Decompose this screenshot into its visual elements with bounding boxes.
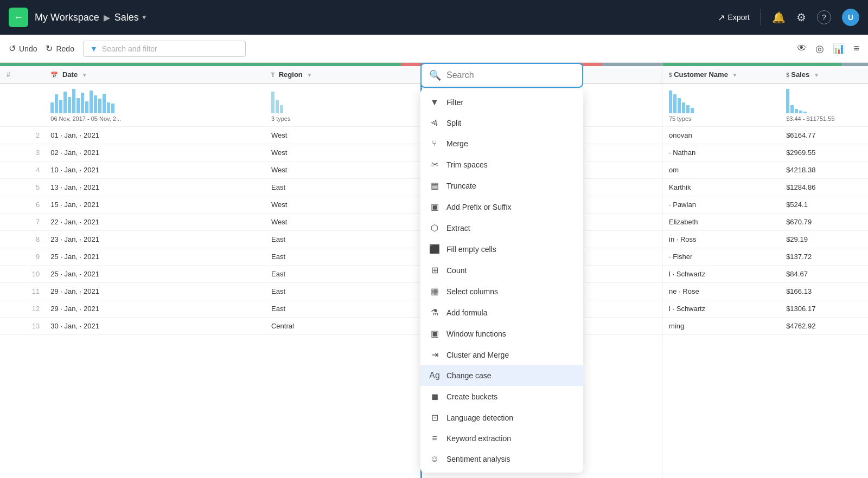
menu-item-select_cols[interactable]: ▦ Select columns bbox=[420, 281, 583, 302]
menu-item-formula[interactable]: ⚗ Add formula bbox=[420, 302, 583, 323]
formula-label: Add formula bbox=[446, 308, 487, 317]
main-content: # 📅 Date ▼ T Region ▼ T bbox=[0, 63, 868, 478]
split-icon: ⫷ bbox=[429, 118, 440, 128]
menu-item-language[interactable]: ⊡ Language detection bbox=[420, 407, 583, 428]
menu-item-count[interactable]: ⊞ Count bbox=[420, 260, 583, 281]
menu-item-merge[interactable]: ⑂ Merge bbox=[420, 133, 583, 154]
cell-region: East bbox=[265, 248, 419, 266]
cell-sales: $2969.55 bbox=[780, 144, 868, 162]
cell-date: 01 · Jan, · 2021 bbox=[44, 127, 265, 144]
row-number: 13 bbox=[0, 318, 44, 335]
cell-region: East bbox=[265, 179, 419, 196]
count-label: Count bbox=[446, 266, 467, 275]
trim-icon: ✂ bbox=[429, 159, 440, 170]
redo-button[interactable]: ↻ Redo bbox=[46, 43, 74, 54]
cell-sales: $29.19 bbox=[780, 231, 868, 248]
list-icon[interactable]: ≡ bbox=[853, 43, 859, 54]
change_case-icon: Ag bbox=[429, 371, 440, 380]
region-preview: 3 types bbox=[265, 83, 419, 127]
cell-customer: ming bbox=[662, 318, 780, 335]
menu-item-cluster[interactable]: ⇥ Cluster and Merge bbox=[420, 344, 583, 365]
text-icon-customer: $ bbox=[669, 72, 672, 78]
current-page[interactable]: Sales ▼ bbox=[114, 12, 148, 23]
cell-region: West bbox=[265, 214, 419, 231]
right-table-row: · Pawlan $524.1 bbox=[662, 196, 868, 214]
undo-icon: ↺ bbox=[9, 43, 16, 54]
language-label: Language detection bbox=[446, 414, 513, 422]
menu-item-sentiment[interactable]: ☺ Sentiment analysis bbox=[420, 449, 583, 469]
menu-item-prefix[interactable]: ▣ Add Prefix or Suffix bbox=[420, 196, 583, 217]
row-number: 12 bbox=[0, 300, 44, 318]
export-button[interactable]: ↗ Export bbox=[718, 12, 750, 23]
avatar[interactable]: U bbox=[842, 9, 859, 26]
prefix-label: Add Prefix or Suffix bbox=[446, 203, 512, 211]
menu-item-split[interactable]: ⫷ Split bbox=[420, 113, 583, 133]
chart-icon[interactable]: 📊 bbox=[833, 43, 845, 55]
change_case-label: Change case bbox=[446, 371, 492, 380]
cell-region: Central bbox=[265, 318, 419, 335]
right-table-row: l · Schwartz $84.67 bbox=[662, 266, 868, 283]
fill-label: Fill empty cells bbox=[446, 245, 496, 254]
search-input[interactable] bbox=[446, 70, 575, 80]
menu-item-buckets[interactable]: ◼ Create buckets bbox=[420, 386, 583, 407]
sentiment-label: Sentiment analysis bbox=[446, 455, 510, 463]
cell-sales: $670.79 bbox=[780, 214, 868, 231]
breadcrumb-separator: ▶ bbox=[104, 12, 110, 23]
menu-item-truncate[interactable]: ▤ Truncate bbox=[420, 175, 583, 196]
cell-sales: $6164.77 bbox=[780, 127, 868, 144]
gear-icon[interactable]: ⚙ bbox=[796, 11, 806, 24]
col-header-customer[interactable]: $ Customer Name ▼ bbox=[662, 66, 780, 83]
bell-icon[interactable]: 🔔 bbox=[772, 11, 786, 24]
window-icon: ▣ bbox=[429, 328, 440, 339]
filter-icon: ▼ bbox=[429, 98, 440, 107]
undo-button[interactable]: ↺ Undo bbox=[9, 43, 37, 54]
extract-icon: ⬡ bbox=[429, 223, 440, 233]
menu-panel: ▼ Filter ⫷ Split ⑂ Merge ✂ Trim spaces ▤… bbox=[420, 89, 583, 473]
cell-customer: Karthik bbox=[662, 179, 780, 196]
cell-customer: ne · Rose bbox=[662, 283, 780, 300]
menu-item-change_case[interactable]: Ag Change case bbox=[420, 365, 583, 386]
toolbar: ↺ Undo ↻ Redo ▼ Search and filter 👁 ◎ 📊 … bbox=[0, 35, 868, 63]
target-icon[interactable]: ◎ bbox=[815, 43, 824, 55]
keyword-icon: ≡ bbox=[429, 434, 440, 443]
back-button[interactable]: ← bbox=[9, 8, 28, 27]
menu-item-extract[interactable]: ⬡ Extract bbox=[420, 217, 583, 238]
menu-item-keyword[interactable]: ≡ Keyword extraction bbox=[420, 428, 583, 449]
cell-customer: l · Schwartz bbox=[662, 266, 780, 283]
cell-customer: in · Ross bbox=[662, 231, 780, 248]
prefix-icon: ▣ bbox=[429, 202, 440, 212]
workspace-label[interactable]: My Workspace bbox=[35, 12, 99, 23]
cell-date: 25 · Jan, · 2021 bbox=[44, 266, 265, 283]
page-dropdown-icon: ▼ bbox=[141, 14, 148, 21]
cell-sales: $1284.86 bbox=[780, 179, 868, 196]
split-label: Split bbox=[446, 119, 461, 127]
help-icon[interactable]: ? bbox=[817, 10, 831, 24]
header-divider bbox=[761, 9, 761, 25]
search-filter-bar[interactable]: ▼ Search and filter bbox=[83, 41, 246, 57]
select_cols-icon: ▦ bbox=[429, 286, 440, 296]
cell-date: 29 · Jan, · 2021 bbox=[44, 283, 265, 300]
cell-customer: · Pawlan bbox=[662, 196, 780, 214]
fill-icon: ⬛ bbox=[429, 244, 440, 254]
cluster-icon: ⇥ bbox=[429, 350, 440, 360]
menu-item-fill[interactable]: ⬛ Fill empty cells bbox=[420, 238, 583, 260]
row-number: 6 bbox=[0, 196, 44, 214]
eye-icon[interactable]: 👁 bbox=[797, 43, 807, 54]
col-header-date[interactable]: 📅 Date ▼ bbox=[44, 66, 265, 83]
search-box[interactable]: 🔍 bbox=[420, 63, 583, 88]
extract-label: Extract bbox=[446, 224, 470, 232]
menu-item-trim[interactable]: ✂ Trim spaces bbox=[420, 154, 583, 175]
right-table-row: ming $4762.92 bbox=[662, 318, 868, 335]
menu-item-window[interactable]: ▣ Window functions bbox=[420, 323, 583, 344]
keyword-label: Keyword extraction bbox=[446, 434, 511, 443]
cell-sales: $84.67 bbox=[780, 266, 868, 283]
cell-customer: om bbox=[662, 162, 780, 179]
cell-sales: $166.13 bbox=[780, 283, 868, 300]
merge-icon: ⑂ bbox=[429, 139, 440, 148]
col-header-sales[interactable]: $ Sales ▼ bbox=[780, 66, 868, 83]
menu-item-filter[interactable]: ▼ Filter bbox=[420, 92, 583, 113]
right-table-row: · Fisher $137.72 bbox=[662, 248, 868, 266]
cell-region: West bbox=[265, 127, 419, 144]
col-header-region[interactable]: T Region ▼ bbox=[265, 66, 419, 83]
toolbar-right: 👁 ◎ 📊 ≡ bbox=[797, 43, 859, 55]
